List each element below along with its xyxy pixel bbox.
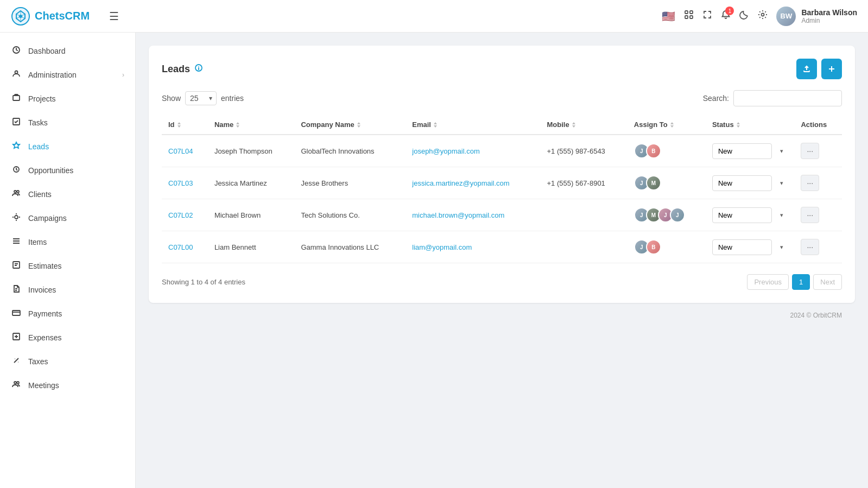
search-box: Search: — [703, 90, 842, 106]
sort-company-icon[interactable] — [357, 122, 361, 128]
svg-rect-4 — [685, 16, 688, 18]
user-role: Admin — [801, 17, 857, 24]
col-status: Status — [706, 115, 795, 135]
email-link[interactable]: jessica.martinez@yopmail.com — [412, 179, 509, 187]
col-company: Company Name — [294, 115, 406, 135]
cell-assign-to: JB — [628, 135, 706, 167]
add-button[interactable] — [821, 59, 842, 79]
cell-assign-to: JM — [628, 167, 706, 199]
sidebar-item-label: Invoices — [28, 286, 56, 294]
sidebar-item-administration[interactable]: Administration › — [0, 63, 135, 87]
actions-button[interactable]: ··· — [801, 207, 819, 223]
leads-table: Id Name — [162, 115, 842, 263]
status-select[interactable]: NewContactedQualifiedLost — [712, 207, 772, 223]
projects-icon — [11, 93, 22, 104]
entries-select[interactable]: 10 25 50 100 — [185, 91, 217, 105]
settings-icon[interactable] — [758, 10, 768, 22]
info-icon[interactable] — [194, 64, 203, 74]
svg-point-19 — [17, 382, 19, 384]
avatar: BW — [776, 7, 796, 26]
cell-assign-to: JMJJ — [628, 199, 706, 231]
sort-assign-icon[interactable] — [670, 122, 674, 128]
svg-point-1 — [19, 15, 22, 18]
sort-email-icon[interactable] — [433, 122, 438, 128]
email-link[interactable]: liam@yopmail.com — [412, 243, 472, 251]
email-link[interactable]: joseph@yopmail.com — [412, 147, 479, 155]
svg-point-13 — [17, 191, 19, 193]
header-left: ChetsCRM ☰ — [11, 7, 119, 26]
cell-assign-to: JB — [628, 231, 706, 263]
sort-status-icon[interactable] — [736, 122, 740, 128]
chevron-right-icon: › — [122, 71, 124, 79]
sidebar-item-dashboard[interactable]: Dashboard — [0, 39, 135, 63]
pagination: Previous 1 Next — [747, 274, 842, 290]
card-actions — [796, 59, 842, 79]
actions-button[interactable]: ··· — [801, 143, 819, 159]
cell-actions: ··· — [794, 231, 842, 263]
user-profile[interactable]: BW Barbara Wilson Admin — [776, 7, 857, 26]
sort-name-icon[interactable] — [236, 122, 240, 128]
upload-button[interactable] — [796, 59, 817, 79]
cell-status: NewContactedQualifiedLost — [706, 135, 795, 167]
lead-id-link[interactable]: C07L00 — [168, 243, 193, 251]
email-link[interactable]: michael.brown@yopmail.com — [412, 211, 504, 219]
grid-icon[interactable] — [684, 10, 694, 22]
expand-icon[interactable] — [702, 10, 712, 22]
sidebar-item-projects[interactable]: Projects — [0, 87, 135, 111]
table-row: C07L00 Liam Bennett Gamma Innovations LL… — [162, 231, 842, 263]
tasks-icon — [11, 117, 22, 128]
cell-status: NewContactedQualifiedLost — [706, 167, 795, 199]
cell-name: Michael Brown — [208, 199, 295, 231]
sort-mobile-icon[interactable] — [572, 122, 576, 128]
search-input[interactable] — [733, 90, 842, 106]
sidebar-item-tasks[interactable]: Tasks — [0, 111, 135, 135]
status-select[interactable]: NewContactedQualifiedLost — [712, 143, 772, 159]
lead-id-link[interactable]: C07L03 — [168, 179, 193, 187]
avatar-circle: J — [670, 207, 685, 223]
dark-mode-icon[interactable] — [739, 10, 749, 22]
lead-id-link[interactable]: C07L04 — [168, 147, 193, 155]
sidebar-item-payments[interactable]: Payments — [0, 302, 135, 326]
user-text: Barbara Wilson Admin — [801, 8, 857, 24]
avatars: JM — [634, 175, 699, 191]
svg-rect-16 — [12, 310, 20, 315]
status-select[interactable]: NewContactedQualifiedLost — [712, 239, 772, 255]
sidebar-item-taxes[interactable]: Taxes — [0, 350, 135, 373]
sidebar-item-opportunities[interactable]: Opportunities — [0, 159, 135, 182]
previous-button[interactable]: Previous — [747, 274, 789, 290]
notification-bell[interactable]: 1 — [721, 10, 731, 22]
sidebar-item-campaigns[interactable]: Campaigns — [0, 206, 135, 230]
logo[interactable]: ChetsCRM — [11, 7, 90, 26]
sidebar-item-invoices[interactable]: Invoices — [0, 278, 135, 302]
sidebar-item-meetings[interactable]: Meetings — [0, 373, 135, 397]
leads-icon — [11, 141, 22, 152]
col-actions: Actions — [794, 115, 842, 135]
status-select[interactable]: NewContactedQualifiedLost — [712, 175, 772, 191]
sidebar-item-label: Payments — [28, 309, 62, 318]
cell-company: Gamma Innovations LLC — [294, 231, 406, 263]
language-flag[interactable]: 🇺🇸 — [662, 10, 675, 23]
cell-email: liam@yopmail.com — [406, 231, 540, 263]
cell-name: Jessica Martinez — [208, 167, 295, 199]
hamburger-button[interactable]: ☰ — [109, 10, 119, 23]
sidebar-item-clients[interactable]: Clients — [0, 182, 135, 206]
copyright: 2024 © OrbitCRM — [790, 312, 842, 319]
sidebar-item-items[interactable]: Items — [0, 230, 135, 254]
entries-label: entries — [221, 94, 244, 103]
svg-point-6 — [762, 14, 764, 16]
table-row: C07L03 Jessica Martinez Jesse Brothers j… — [162, 167, 842, 199]
sidebar-item-leads[interactable]: Leads — [0, 135, 135, 159]
sidebar-item-estimates[interactable]: Estimates — [0, 254, 135, 278]
svg-point-18 — [14, 382, 16, 384]
sidebar-item-expenses[interactable]: Expenses — [0, 326, 135, 350]
actions-button[interactable]: ··· — [801, 175, 819, 191]
next-button[interactable]: Next — [813, 274, 842, 290]
lead-id-link[interactable]: C07L02 — [168, 211, 193, 219]
actions-button[interactable]: ··· — [801, 239, 819, 255]
sort-id-icon[interactable] — [177, 122, 181, 128]
page-1-button[interactable]: 1 — [792, 274, 810, 290]
svg-point-12 — [14, 191, 16, 193]
logo-text: ChetsCRM — [35, 10, 90, 22]
items-icon — [11, 237, 22, 248]
table-row: C07L04 Joseph Thompson GlobalTech Innova… — [162, 135, 842, 167]
